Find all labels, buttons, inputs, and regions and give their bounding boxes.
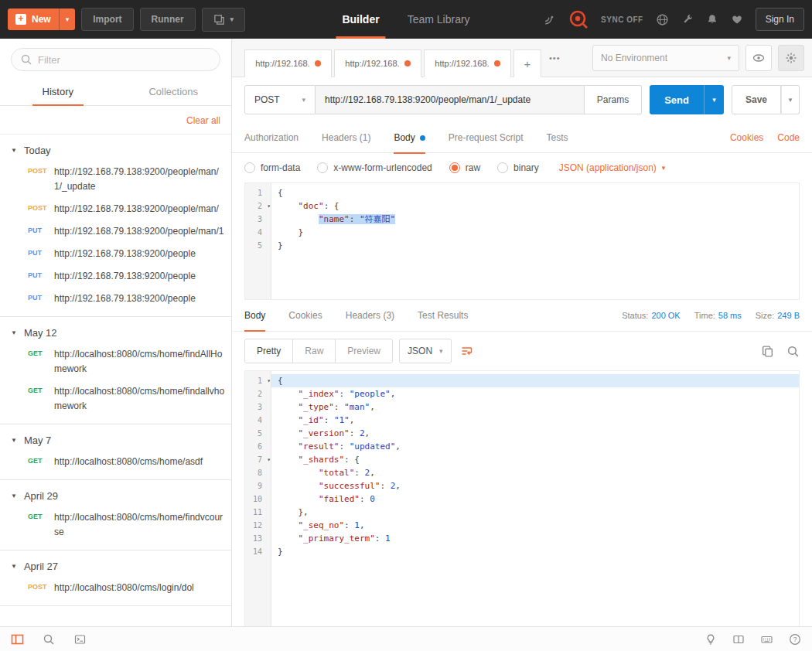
params-button[interactable]: Params [585, 85, 642, 114]
format-select-value: JSON [408, 346, 432, 356]
global-search-button[interactable] [43, 633, 55, 646]
fold-caret-icon[interactable]: ▾ [267, 453, 271, 466]
response-tab-headers-3[interactable]: Headers (3) [346, 300, 394, 331]
response-tab-body[interactable]: Body [244, 300, 265, 331]
request-links: CookiesCode [730, 132, 800, 143]
copy-response-button[interactable] [761, 345, 774, 358]
clear-all-link[interactable]: Clear all [186, 115, 220, 126]
help-button[interactable]: ? [789, 633, 801, 646]
line-number: 7▾ [245, 453, 271, 466]
tab-authorization[interactable]: Authorization [244, 122, 299, 153]
bodytype-binary[interactable]: binary [497, 162, 539, 173]
bodytype-x-www-form-urlencoded[interactable]: x-www-form-urlencoded [317, 162, 432, 173]
history-request-item[interactable]: PUThttp://192.168.79.138:9200/people/man… [0, 220, 231, 243]
history-request-item[interactable]: PUThttp://192.168.79.138:9200/people [0, 243, 231, 265]
new-window-button[interactable]: ▾ [202, 8, 246, 32]
environment-preview-button[interactable] [745, 45, 772, 71]
view-mode-preview[interactable]: Preview [336, 339, 392, 363]
tab-pre-request-script[interactable]: Pre-request Script [449, 122, 524, 153]
new-tab-button[interactable]: + [513, 49, 541, 77]
settings-button[interactable] [778, 45, 804, 71]
toggle-sidebar-button[interactable] [11, 633, 24, 646]
search-response-button[interactable] [786, 345, 800, 358]
globe-icon[interactable] [656, 13, 669, 26]
history-group-header[interactable]: ▼April 27 [0, 554, 231, 577]
signin-button[interactable]: Sign In [756, 8, 804, 31]
tab-tests[interactable]: Tests [546, 122, 568, 153]
history-request-item[interactable]: PUThttp://192.168.79.138:9200/people [0, 265, 231, 288]
history-request-item[interactable]: GEThttp://localhost:8080/cms/home/findvc… [0, 506, 231, 544]
bodytype-form-data[interactable]: form-data [244, 162, 300, 173]
environment-select[interactable]: No Environment ▾ [592, 45, 739, 71]
response-tab-cookies[interactable]: Cookies [288, 300, 322, 331]
history-group: ▼TodayPOSThttp://192.168.79.138:9200/peo… [0, 135, 231, 317]
history-group-header[interactable]: ▼April 29 [0, 483, 231, 506]
request-tab-1[interactable]: http://192.168. [244, 49, 332, 77]
more-tabs-button[interactable]: ••• [549, 53, 561, 63]
wrench-icon[interactable] [681, 13, 694, 26]
content-type-select[interactable]: JSON (application/json) ▾ [559, 162, 666, 173]
line-number: 11 [245, 506, 271, 519]
send-button[interactable]: Send [650, 85, 704, 114]
save-dropdown-caret[interactable]: ▾ [781, 85, 800, 114]
tips-button[interactable] [705, 633, 717, 646]
request-url-text: http://localhost:8080/cms/home/findvcour… [54, 510, 225, 540]
history-request-item[interactable]: POSThttp://192.168.79.138:9200/people/ma… [0, 161, 231, 198]
code-line: "failed": 0 [271, 493, 799, 506]
sidebar-tab-history[interactable]: History [0, 79, 116, 105]
new-button[interactable]: + New ▾ [8, 9, 75, 30]
runner-button[interactable]: Runner [140, 8, 196, 31]
bodytype-raw[interactable]: raw [449, 162, 480, 173]
new-button-main[interactable]: + New [8, 9, 59, 30]
import-button[interactable]: Import [81, 8, 133, 31]
format-select[interactable]: JSON ▾ [399, 339, 452, 363]
request-editor-code[interactable]: { "doc": { "name": "符嘉阳" }} [271, 183, 799, 299]
view-mode-pretty[interactable]: Pretty [245, 339, 293, 363]
heart-icon[interactable] [731, 13, 743, 26]
history-group-title: May 7 [24, 435, 51, 446]
bodytype-row: form-datax-www-form-urlencodedrawbinary … [232, 153, 812, 181]
meta-label: Time: [694, 311, 715, 320]
history-request-item[interactable]: PUThttp://192.168.79.138:9200/people [0, 288, 231, 310]
interceptor-icon[interactable] [543, 13, 556, 26]
new-dropdown-caret[interactable]: ▾ [59, 9, 76, 30]
history-request-item[interactable]: POSThttp://localhost:8080/cms/login/dol [0, 577, 231, 599]
link-code[interactable]: Code [777, 132, 800, 143]
history-request-item[interactable]: GEThttp://localhost:8080/cms/home/findal… [0, 380, 231, 418]
history-group-header[interactable]: ▼Today [0, 138, 231, 161]
view-mode-raw[interactable]: Raw [293, 339, 336, 363]
meta-label: Size: [756, 311, 774, 320]
send-dropdown-caret[interactable]: ▾ [704, 85, 724, 114]
filter-input[interactable] [11, 48, 220, 71]
help-icon: ? [789, 633, 801, 646]
console-button[interactable] [73, 633, 87, 646]
response-editor-gutter: 1▾234567▾891011121314 [245, 371, 271, 626]
history-request-item[interactable]: GEThttp://localhost:8080/cms/home/asdf [0, 451, 231, 473]
response-tab-test-results[interactable]: Test Results [418, 300, 468, 331]
bell-icon[interactable] [706, 13, 718, 26]
sync-logo-icon[interactable] [568, 9, 589, 29]
history-request-item[interactable]: GEThttp://localhost:8080/cms/home/findAl… [0, 343, 231, 380]
tab-headers-1[interactable]: Headers (1) [322, 122, 370, 153]
method-select[interactable]: POST ▾ [244, 85, 316, 114]
save-button[interactable]: Save [732, 85, 781, 114]
request-url-input[interactable] [316, 85, 585, 114]
link-cookies[interactable]: Cookies [730, 132, 763, 143]
tab-body[interactable]: Body [394, 122, 425, 153]
nav-builder[interactable]: Builder [342, 0, 379, 39]
two-pane-view-button[interactable] [732, 633, 745, 646]
fold-caret-icon[interactable]: ▾ [267, 374, 271, 387]
meta-value: 249 B [777, 311, 800, 320]
request-tab-2[interactable]: http://192.168. [334, 49, 421, 77]
history-group-header[interactable]: ▼May 7 [0, 428, 231, 451]
response-editor-code[interactable]: { "_index": "people", "_type": "man", "_… [271, 371, 799, 626]
nav-team-library[interactable]: Team Library [408, 0, 470, 39]
history-request-item[interactable]: POSThttp://192.168.79.138:9200/people/ma… [0, 198, 231, 220]
history-group-header[interactable]: ▼May 12 [0, 320, 231, 343]
request-tab-3[interactable]: http://192.168. [424, 49, 511, 77]
wrap-lines-button[interactable] [459, 344, 474, 358]
sidebar-tab-collections[interactable]: Collections [116, 79, 232, 105]
fold-caret-icon[interactable]: ▾ [267, 199, 271, 213]
request-url-text: http://192.168.79.138:9200/people [54, 269, 196, 284]
shortcuts-button[interactable] [760, 633, 773, 646]
